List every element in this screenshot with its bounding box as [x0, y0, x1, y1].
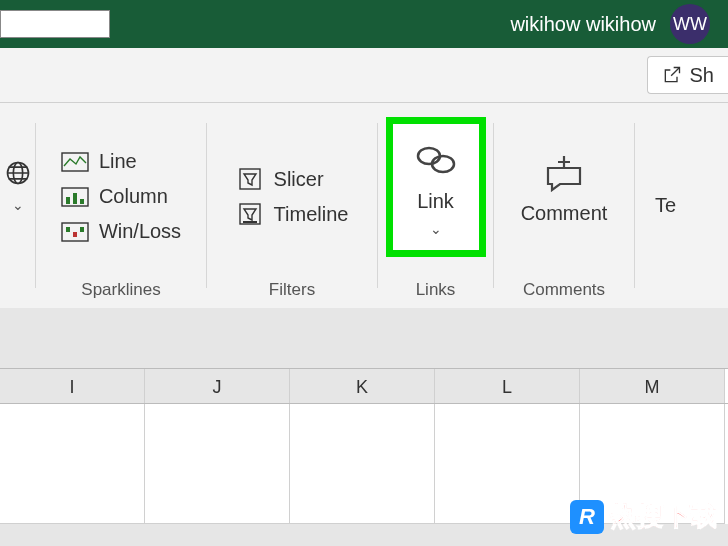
- svg-rect-10: [80, 227, 84, 232]
- quick-bar: Sh: [0, 48, 728, 103]
- group-filters: Slicer Timeline Filters: [207, 103, 377, 308]
- account-username: wikihow wikihow: [510, 13, 656, 36]
- svg-rect-9: [73, 232, 77, 237]
- link-icon: [410, 138, 462, 182]
- group-text-stub: Te: [635, 103, 676, 308]
- sparkline-line-icon: [61, 151, 89, 173]
- sparklines-winloss-label: Win/Loss: [99, 220, 181, 243]
- cell[interactable]: [0, 404, 145, 524]
- column-header[interactable]: L: [435, 369, 580, 403]
- name-box-input[interactable]: [0, 10, 110, 38]
- title-bar: wikihow wikihow WW: [0, 0, 728, 48]
- group-label-comments: Comments: [523, 280, 605, 300]
- ribbon-left-edge: ⌄: [0, 103, 35, 308]
- sparklines-column-label: Column: [99, 185, 168, 208]
- sparkline-winloss-icon: [61, 221, 89, 243]
- column-header[interactable]: I: [0, 369, 145, 403]
- avatar-initials: WW: [673, 14, 707, 35]
- sparkline-column-icon: [61, 186, 89, 208]
- comment-label: Comment: [521, 202, 608, 225]
- svg-rect-5: [73, 193, 77, 204]
- group-label-filters: Filters: [269, 280, 315, 300]
- sparklines-winloss-button[interactable]: Win/Loss: [61, 220, 181, 243]
- slicer-icon: [236, 168, 264, 190]
- column-header[interactable]: M: [580, 369, 725, 403]
- svg-rect-8: [66, 227, 70, 232]
- link-label: Link: [417, 190, 454, 213]
- timeline-icon: [236, 203, 264, 225]
- share-icon: [662, 65, 682, 85]
- cell[interactable]: [290, 404, 435, 524]
- link-button[interactable]: Link ⌄: [386, 117, 486, 257]
- globe-icon[interactable]: [4, 159, 32, 187]
- filters-slicer-button[interactable]: Slicer: [236, 168, 324, 191]
- svg-point-13: [418, 148, 440, 164]
- ribbon: ⌄ Line Column Win/Loss: [0, 103, 728, 308]
- comment-icon: [540, 150, 588, 194]
- svg-rect-6: [80, 199, 84, 204]
- cell[interactable]: [435, 404, 580, 524]
- group-comments: Comment Comments: [494, 103, 634, 308]
- svg-point-14: [432, 156, 454, 172]
- group-sparklines: Line Column Win/Loss Sparklines: [36, 103, 206, 308]
- account-avatar[interactable]: WW: [670, 4, 710, 44]
- svg-rect-11: [240, 169, 260, 189]
- comment-button[interactable]: Comment: [503, 117, 626, 257]
- cell[interactable]: [145, 404, 290, 524]
- group-label-sparklines: Sparklines: [81, 280, 160, 300]
- share-label: Sh: [690, 64, 714, 87]
- watermark: R 热搜下载: [570, 499, 718, 534]
- chevron-down-icon[interactable]: ⌄: [12, 197, 24, 213]
- filters-slicer-label: Slicer: [274, 168, 324, 191]
- share-button[interactable]: Sh: [647, 56, 728, 94]
- column-header[interactable]: K: [290, 369, 435, 403]
- column-headers: I J K L M: [0, 368, 728, 404]
- watermark-logo: R: [570, 500, 604, 534]
- filters-timeline-button[interactable]: Timeline: [236, 203, 349, 226]
- sheet-gap: [0, 308, 728, 368]
- filters-timeline-label: Timeline: [274, 203, 349, 226]
- sparklines-line-button[interactable]: Line: [61, 150, 137, 173]
- group-label-links: Links: [416, 280, 456, 300]
- column-header[interactable]: J: [145, 369, 290, 403]
- group-links: Link ⌄ Links: [378, 103, 493, 308]
- text-stub-label: Te: [655, 194, 676, 217]
- watermark-text: 热搜下载: [610, 499, 718, 534]
- sparklines-column-button[interactable]: Column: [61, 185, 168, 208]
- sparklines-line-label: Line: [99, 150, 137, 173]
- svg-rect-4: [66, 197, 70, 204]
- chevron-down-icon: ⌄: [430, 221, 442, 237]
